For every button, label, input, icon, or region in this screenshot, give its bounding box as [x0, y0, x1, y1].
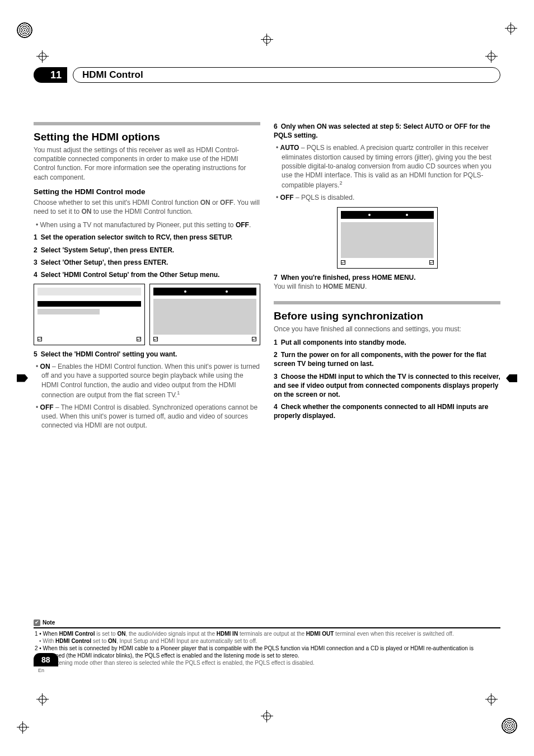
- bullet-off-pqls: OFF – PQLS is disabled.: [282, 193, 500, 202]
- off-pqls-label: OFF: [280, 194, 294, 201]
- columns: Setting the HDMI options You must adjust…: [34, 122, 500, 434]
- step-5-label: Select the 'HDMI Control' setting you wa…: [41, 350, 177, 358]
- chapter-number: 11: [34, 67, 67, 83]
- subsection-body: Choose whether to set this unit's HDMI C…: [34, 198, 260, 216]
- page-number: 88: [34, 653, 58, 666]
- sync-step-1-label: Put all components into standby mode.: [281, 339, 406, 346]
- sync-step-4: 4Check whether the components connected …: [274, 402, 500, 420]
- t: 1 • When: [35, 631, 59, 637]
- step-5: 5Select the 'HDMI Control' setting you w…: [34, 350, 260, 359]
- t: 2 • When this set is connected by HDMI c…: [35, 645, 474, 659]
- intro-text: You must adjust the settings of this rec…: [34, 145, 260, 182]
- t: .: [249, 221, 251, 229]
- page-lang: En: [38, 668, 44, 674]
- t: ON: [117, 631, 125, 637]
- reg-mark-br: [502, 718, 517, 734]
- t: set to: [91, 638, 108, 644]
- step-1: 1Set the operation selector switch to RC…: [34, 233, 260, 242]
- t: ON: [81, 208, 91, 215]
- note-icon: ✔: [34, 619, 40, 626]
- footnotes: ✔ Note 1 • When HDMI Control is set to O…: [34, 619, 500, 666]
- reg-crosshair-br2: [485, 693, 498, 706]
- t: terminal even when this receiver is swit…: [334, 631, 453, 637]
- step-3: 3Select 'Other Setup', then press ENTER.: [34, 258, 260, 267]
- step-6: 6Only when ON was selected at step 5: Se…: [274, 122, 500, 140]
- bullet-on: ON – Enables the HDMI Control function. …: [41, 362, 260, 400]
- left-column: Setting the HDMI options You must adjust…: [34, 122, 260, 434]
- t: to use the HDMI Control function.: [91, 208, 193, 215]
- right-column: 6Only when ON was selected at step 5: Se…: [274, 122, 500, 434]
- screen-hdmi-control-setup: ⮐⮐: [149, 284, 261, 345]
- reg-crosshair-tr2: [485, 50, 498, 63]
- footnote-2b: • If a listening mode other than stereo …: [44, 659, 500, 666]
- t: , the audio/video signals input at the: [125, 631, 216, 637]
- t: Choose whether to set this unit's HDMI C…: [34, 199, 200, 206]
- reg-mark-bl: [17, 721, 29, 734]
- note-label: ✔ Note: [34, 619, 500, 626]
- step-3-label: Select 'Other Setup', then press ENTER.: [41, 259, 168, 266]
- t: or: [210, 199, 220, 206]
- off-label: OFF: [40, 403, 54, 411]
- footnote-ref-2: 2: [339, 180, 342, 186]
- off-pqls-text: – PQLS is disabled.: [294, 194, 355, 201]
- t: .: [365, 283, 367, 290]
- t: HDMI IN: [217, 631, 238, 637]
- reg-mark-mr: [506, 374, 517, 382]
- off-text: – The HDMI Control is disabled. Synchron…: [41, 403, 257, 429]
- t: • If a listening mode other than stereo …: [39, 660, 315, 666]
- sync-step-2: 2Turn the power on for all components, w…: [274, 350, 500, 368]
- auto-text: – PQLS is enabled. A precision quartz co…: [282, 144, 491, 189]
- t: When using a TV not manufactured by Pion…: [40, 221, 236, 229]
- reg-crosshair-tl: [36, 50, 49, 63]
- bullet-off: OFF – The HDMI Control is disabled. Sync…: [41, 403, 260, 430]
- footnote-1b: • With HDMI Control set to ON, Input Set…: [44, 637, 500, 645]
- t: HOME MENU: [323, 283, 365, 290]
- step-6-label: Only when ON was selected at step 5: Sel…: [274, 123, 490, 139]
- reg-mark-tr: [505, 22, 517, 35]
- section-divider-2: [274, 301, 500, 304]
- step-4: 4Select 'HDMI Control Setup' from the Ot…: [34, 270, 260, 279]
- t: is set to: [95, 631, 117, 637]
- bullet-tv-note: When using a TV not manufactured by Pion…: [41, 220, 260, 229]
- t: ON: [108, 638, 116, 644]
- sync-step-3: 3Choose the HDMI input to which the TV i…: [274, 372, 500, 400]
- t: terminals are output at the: [238, 631, 306, 637]
- bullet-auto: AUTO – PQLS is enabled. A precision quar…: [282, 143, 500, 190]
- screen-other-setup: ⮐⮐: [34, 284, 145, 345]
- reg-mark-tl: [17, 22, 32, 38]
- reg-mark-bc: [261, 710, 273, 722]
- reg-mark-tc: [261, 34, 273, 46]
- section-heading: Setting the HDMI options: [34, 131, 260, 143]
- step-2-label: Select 'System Setup', then press ENTER.: [41, 246, 174, 254]
- t: HDMI Control: [55, 638, 91, 644]
- t: • With: [39, 638, 55, 644]
- section-divider: [34, 122, 260, 125]
- step-7: 7When you're finished, press HOME MENU. …: [274, 273, 500, 291]
- reg-mark-ml: [17, 374, 28, 382]
- ui-screenshots: ⮐⮐ ⮐⮐: [34, 284, 260, 345]
- section-2-intro: Once you have finished all connections a…: [274, 325, 500, 334]
- t: HDMI Control: [59, 631, 95, 637]
- t: OFF: [220, 199, 233, 206]
- t: HDMI OUT: [306, 631, 334, 637]
- step-7-label: When you're finished, press HOME MENU.: [281, 274, 416, 281]
- sync-step-4-label: Check whether the components connected t…: [274, 403, 488, 420]
- reg-crosshair-bl2: [36, 693, 49, 706]
- footnote-1a: 1 • When HDMI Control is set to ON, the …: [39, 630, 500, 637]
- t: You will finish to: [274, 283, 323, 290]
- chapter-title-wrap: HDMI Control: [73, 67, 500, 83]
- footnote-2a: 2 • When this set is connected by HDMI c…: [39, 645, 500, 659]
- t: OFF: [236, 221, 249, 229]
- t: , Input Setup and HDMI Input are automat…: [116, 638, 257, 644]
- sync-step-1: 1Put all components into standby mode.: [274, 338, 500, 347]
- on-text: – Enables the HDMI Control function. Whe…: [41, 363, 260, 399]
- step-2: 2Select 'System Setup', then press ENTER…: [34, 246, 260, 255]
- chapter-title: HDMI Control: [82, 69, 143, 81]
- screen-pqls: ⮐⮐: [337, 207, 438, 269]
- t: ON: [200, 199, 210, 206]
- sync-step-3-label: Choose the HDMI input to which the TV is…: [274, 373, 500, 398]
- subsection-heading: Setting the HDMI Control mode: [34, 187, 260, 196]
- chapter-header: 11 HDMI Control: [34, 67, 500, 83]
- sync-step-2-label: Turn the power on for all components, wi…: [274, 351, 486, 368]
- step-1-label: Set the operation selector switch to RCV…: [41, 233, 233, 241]
